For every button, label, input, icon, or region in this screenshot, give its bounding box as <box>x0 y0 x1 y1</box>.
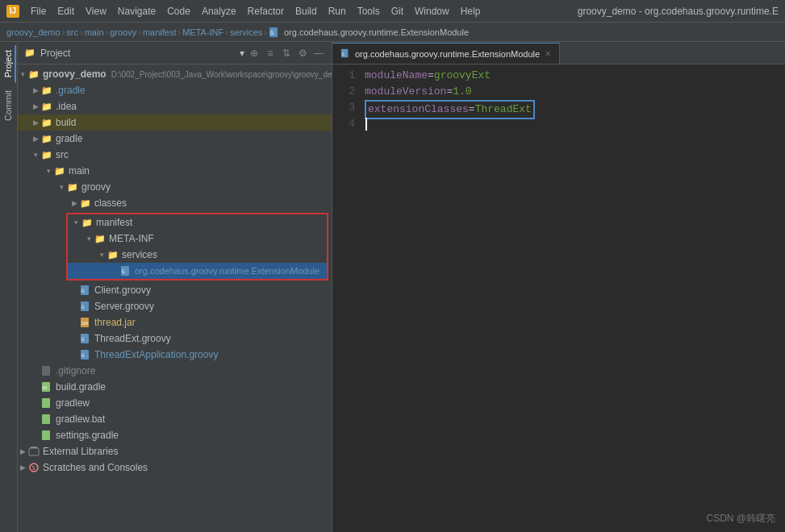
folder-icon: 📁 <box>40 84 53 97</box>
tree-item-gradle-dot[interactable]: ▶ 📁 .gradle <box>18 82 332 98</box>
breadcrumb-meta-inf[interactable]: META-INF <box>182 27 223 37</box>
panel-header: 📁 Project ▾ ⊕ ≡ ⇅ ⚙ — <box>18 42 332 64</box>
line-num-3: 3 <box>332 100 355 116</box>
tree-label: manifest <box>96 217 132 228</box>
arrow-icon: ▶ <box>69 198 79 208</box>
menu-view[interactable]: View <box>81 4 111 19</box>
svg-text:JAR: JAR <box>81 321 89 326</box>
tree-item-scratches[interactable]: ▶ S Scratches and Consoles <box>18 459 332 476</box>
menu-tools[interactable]: Tools <box>353 4 385 19</box>
tree-item-services[interactable]: ▾ 📁 services <box>68 247 327 263</box>
tree-item-gradlew[interactable]: ▶ gradlew <box>18 395 332 411</box>
tree-item-gradle[interactable]: ▶ 📁 gradle <box>18 131 332 147</box>
svg-text:G: G <box>270 30 273 36</box>
menu-code[interactable]: Code <box>162 4 195 19</box>
panel-icon-settings[interactable]: ⚙ <box>296 47 309 60</box>
breadcrumb-services[interactable]: services <box>230 27 262 37</box>
folder-icon: 📁 <box>53 164 66 177</box>
tree-item-extension-module[interactable]: ▶ G org.codehaus.groovy.runtime.Extensio… <box>68 263 327 279</box>
code-area[interactable]: moduleName=groovyExt moduleVersion=1.0 e… <box>361 68 785 529</box>
file-icon: G <box>79 284 92 297</box>
panel-icon-add[interactable]: ⊕ <box>248 47 261 60</box>
tree-item-build[interactable]: ▶ 📁 build <box>18 114 332 131</box>
arrow-icon: ▶ <box>31 134 40 143</box>
panel-dropdown[interactable]: ▾ <box>240 48 244 59</box>
tree-item-manifest[interactable]: ▾ 📁 manifest <box>68 214 327 231</box>
tree-label: gradlew <box>56 397 90 409</box>
tree-item-main[interactable]: ▾ 📁 main <box>18 163 332 179</box>
tree-label: META-INF <box>109 233 154 244</box>
breadcrumb-file-icon: G <box>269 27 280 38</box>
line-num-4: 4 <box>332 116 355 132</box>
sidebar-tab-commit[interactable]: Commit <box>2 85 16 126</box>
menu-edit[interactable]: Edit <box>52 4 79 19</box>
breadcrumb-groovy[interactable]: groovy <box>110 27 136 37</box>
folder-icon: 📁 <box>79 197 92 210</box>
menu-window[interactable]: Window <box>410 4 454 19</box>
tree-item-threadext[interactable]: ▶ G ThreadExt.groovy <box>18 330 332 347</box>
panel-icon-sort[interactable]: ⇅ <box>280 47 293 60</box>
tree-label: .gradle <box>56 85 86 96</box>
tree-item-gradlew-bat[interactable]: ▶ gradlew.bat <box>18 411 332 427</box>
svg-text:GR: GR <box>42 385 48 390</box>
tree-item-gitignore[interactable]: ▶ .gitignore <box>18 363 332 379</box>
menu-run[interactable]: Run <box>324 4 351 19</box>
menu-file[interactable]: File <box>26 4 51 19</box>
menu-refactor[interactable]: Refactor <box>243 4 289 19</box>
menu-help[interactable]: Help <box>456 4 486 19</box>
arrow-icon: ▾ <box>31 150 40 160</box>
line-num-2: 2 <box>332 84 355 100</box>
sidebar-strip: Project Commit <box>0 42 18 532</box>
tree-item-idea[interactable]: ▶ 📁 .idea <box>18 98 332 114</box>
arrow-icon: ▾ <box>71 218 81 227</box>
breadcrumb-groovy-demo[interactable]: groovy_demo <box>6 27 61 37</box>
svg-text:G: G <box>81 304 85 310</box>
folder-icon: 📁 <box>40 100 53 113</box>
editor-tab-extension-module[interactable]: G org.codehaus.groovy.runtime.ExtensionM… <box>332 43 560 64</box>
tree-item-build-gradle[interactable]: ▶ GR build.gradle <box>18 379 332 395</box>
tree-item-threadextapp[interactable]: ▶ G ThreadExtApplication.groovy <box>18 347 332 363</box>
menu-navigate[interactable]: Navigate <box>113 4 161 19</box>
tree-item-src[interactable]: ▾ 📁 src <box>18 147 332 163</box>
main-area: Project Commit 📁 Project ▾ ⊕ ≡ ⇅ ⚙ — ▾ 📁… <box>0 42 785 532</box>
folder-icon: 📁 <box>106 248 119 261</box>
file-icon <box>40 397 53 409</box>
breadcrumb-main[interactable]: main <box>85 27 104 37</box>
file-icon <box>40 413 53 426</box>
svg-text:G: G <box>342 51 344 56</box>
menu-analyze[interactable]: Analyze <box>197 4 241 19</box>
tree-item-thread-jar[interactable]: ▶ JAR thread.jar <box>18 314 332 330</box>
watermark: CSDN @韩曙亮 <box>706 512 775 526</box>
breadcrumb-src[interactable]: src <box>66 27 78 37</box>
code-line-2: moduleVersion=1.0 <box>365 84 785 100</box>
editor-tab-label: org.codehaus.groovy.runtime.ExtensionMod… <box>355 49 540 59</box>
tree-item-server[interactable]: ▶ G Server.groovy <box>18 298 332 314</box>
tree-item-meta-inf[interactable]: ▾ 📁 META-INF <box>68 231 327 247</box>
tree-label: settings.gradle <box>56 430 119 441</box>
tree-item-external-libs[interactable]: ▶ External Libraries <box>18 443 332 459</box>
tree-item-settings-gradle[interactable]: ▶ settings.gradle <box>18 427 332 443</box>
tree-item-client[interactable]: ▶ G Client.groovy <box>18 282 332 298</box>
file-icon: G <box>79 300 92 313</box>
panel-icon-collapse[interactable]: — <box>312 47 325 60</box>
svg-rect-19 <box>42 430 50 440</box>
tree-item-root[interactable]: ▾ 📁 groovy_demo D:\002_Project\003_Java_… <box>18 66 332 82</box>
menu-git[interactable]: Git <box>386 4 408 19</box>
menu-build[interactable]: Build <box>290 4 322 19</box>
tree-item-groovy[interactable]: ▾ 📁 groovy <box>18 179 332 195</box>
editor-content[interactable]: 1 2 3 4 moduleName=groovyExt moduleVersi… <box>332 64 785 532</box>
folder-icon: 📁 <box>40 148 53 161</box>
tree-label: gradle <box>56 133 82 144</box>
sidebar-tab-project[interactable]: Project <box>2 45 16 82</box>
svg-text:S: S <box>32 465 35 472</box>
tree-root-path: D:\002_Project\003_Java_Work\workspace\g… <box>111 70 332 79</box>
tree-item-classes[interactable]: ▶ 📁 classes <box>18 195 332 211</box>
file-tree: ▾ 📁 groovy_demo D:\002_Project\003_Java_… <box>18 64 332 532</box>
title-bar: IJ File Edit View Navigate Code Analyze … <box>0 0 785 23</box>
tree-label: src <box>56 149 69 160</box>
tab-close-button[interactable]: ✕ <box>545 49 551 58</box>
tab-file-icon: G <box>340 48 350 60</box>
panel-icon-list[interactable]: ≡ <box>264 47 277 60</box>
breadcrumb-manifest[interactable]: manifest <box>143 27 177 37</box>
tree-label: Client.groovy <box>94 285 151 296</box>
